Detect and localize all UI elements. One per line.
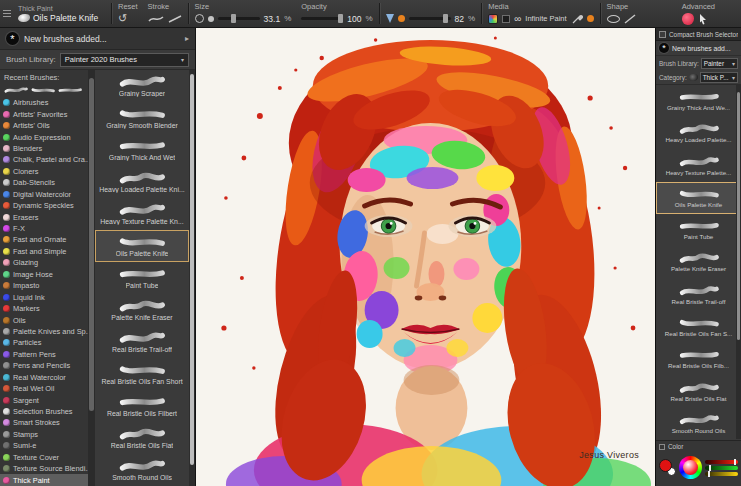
brush-variant-item[interactable]: Grainy Scraper [95,70,189,102]
category-item[interactable]: Dynamic Speckles [0,200,88,211]
color-panel-checkbox[interactable] [659,444,665,450]
category-item[interactable]: Liquid Ink [0,291,88,302]
category-item[interactable]: Texture Cover [0,452,88,463]
new-brushes-banner-compact[interactable]: * New brushes add... [656,41,741,56]
brush-variant-item[interactable]: Real Bristle Trail-off [95,326,189,358]
category-item[interactable]: Pens and Pencils [0,360,88,371]
grain-slider[interactable] [409,17,451,20]
green-slider[interactable] [705,466,738,470]
category-item[interactable]: Erasers [0,211,88,222]
stroke-line-icon[interactable] [168,14,182,24]
compact-brush-item[interactable]: Grainy Thick And We... [656,85,741,117]
opacity-slider[interactable] [301,17,343,20]
compact-brush-item[interactable]: Paint Tube [656,214,741,246]
category-item[interactable]: Glazing [0,257,88,268]
opacity-value[interactable]: 100 [347,14,361,24]
category-item[interactable]: Particles [0,337,88,348]
compact-selector-titlebar[interactable]: Compact Brush Selector [656,28,741,41]
category-item[interactable]: Artists' Favorites [0,108,88,119]
brush-variant-item[interactable]: Smooth Round Oils [95,454,189,486]
category-item[interactable]: Sargent [0,394,88,405]
panel-flyout-icon[interactable]: ▸ [185,34,189,43]
compact-brush-item[interactable]: Heavy Texture Palette... [656,150,741,182]
compact-list-scrollbar[interactable] [736,85,741,439]
compact-brush-item[interactable]: Heavy Loaded Palette... [656,117,741,149]
current-brush-info[interactable]: Thick Paint Oils Palette Knife [14,0,110,27]
category-item[interactable]: Real Watercolor [0,372,88,383]
compact-brush-item[interactable]: Real Bristle Oils Fan S... [656,311,741,343]
category-item[interactable]: Pattern Pens [0,349,88,360]
category-item[interactable]: Stamps [0,429,88,440]
reset-brush-icon[interactable]: ↺ [118,13,127,24]
grain-media-icon[interactable] [398,15,405,22]
compact-brush-item[interactable]: Oils Palette Knife [656,182,741,214]
pen-nib-icon[interactable] [386,14,394,23]
recent-brush-swatch[interactable] [58,81,82,99]
category-item[interactable]: Texture Source Blendi... [0,463,88,474]
canvas[interactable]: Jesus Viveros [196,28,655,486]
compact-brush-item[interactable]: Real Bristle Oils Flat [656,375,741,407]
compact-brush-item[interactable]: Palette Knife Eraser [656,246,741,278]
color-swatches[interactable] [659,459,676,476]
angle-icon[interactable] [624,14,636,24]
size-value[interactable]: 33.1 [264,14,281,24]
color-wheel[interactable] [679,456,702,479]
brush-library-dropdown[interactable]: Painter 2020 Brushes ▾ [60,53,189,67]
compact-category-dropdown[interactable]: Thick P... ▾ [700,72,738,83]
red-slider[interactable] [705,460,738,464]
brush-variant-item[interactable]: Palette Knife Eraser [95,294,189,326]
panel-checkbox[interactable] [659,31,666,38]
category-item[interactable]: Dab-Stencils [0,177,88,188]
category-item[interactable]: Fast and Simple [0,246,88,257]
portrait-painting[interactable] [196,28,655,486]
brush-list-scrollbar[interactable] [189,70,195,486]
paint-loaded-icon[interactable] [587,15,594,22]
brush-variant-item[interactable]: Oils Palette Knife [95,230,189,262]
grain-value[interactable]: 82 [455,14,464,24]
compact-library-dropdown[interactable]: Painter ▾ [701,58,738,69]
category-item[interactable]: Artists' Oils [0,120,88,131]
category-item[interactable]: Sumi-e [0,440,88,451]
category-item[interactable]: Digital Watercolor [0,189,88,200]
menu-icon[interactable] [0,0,14,27]
new-brushes-banner[interactable]: * New brushes added... ▸ [0,28,195,50]
category-item[interactable]: Chalk, Pastel and Cra... [0,154,88,165]
category-item[interactable]: Real Wet Oil [0,383,88,394]
category-item[interactable]: Thick Paint [0,474,88,485]
brush-variant-item[interactable]: Paint Tube [95,262,189,294]
brush-variant-item[interactable]: Real Bristle Oils Fan Short [95,358,189,390]
cursor-arrow-icon[interactable] [698,13,708,25]
category-item[interactable]: Airbrushes [0,97,88,108]
infinite-paint-checkbox[interactable] [502,15,510,23]
recent-brush-swatch[interactable] [4,81,28,99]
stroke-squiggle-icon[interactable] [148,14,164,24]
advanced-brush-icon[interactable] [682,13,694,25]
primary-color-swatch[interactable] [659,459,672,472]
category-item[interactable]: Palette Knives and Sp... [0,326,88,337]
category-scrollbar[interactable] [88,70,95,486]
brush-variant-item[interactable]: Real Bristle Oils Flat [95,422,189,454]
brush-variant-item[interactable]: Grainy Thick And Wet [95,134,189,166]
dab-shape-icon[interactable] [607,15,620,23]
category-item[interactable]: Oils [0,314,88,325]
category-item[interactable]: Audio Expression [0,131,88,142]
category-item[interactable]: Markers [0,303,88,314]
category-item[interactable]: Smart Strokes [0,417,88,428]
brush-variant-item[interactable]: Heavy Texture Palette Kn... [95,198,189,230]
brush-variant-item[interactable]: Real Bristle Oils Filbert [95,390,189,422]
compact-brush-item[interactable]: Real Bristle Trail-off [656,279,741,311]
brush-variant-item[interactable]: Grainy Smooth Blender [95,102,189,134]
size-slider[interactable] [218,17,260,20]
category-item[interactable]: Selection Brushes [0,406,88,417]
media-chip-icon[interactable] [488,14,498,24]
yellow-slider[interactable] [705,472,738,476]
recent-brush-swatch[interactable] [31,81,55,99]
category-item[interactable]: Cloners [0,166,88,177]
category-item[interactable]: F-X [0,223,88,234]
category-item[interactable]: Image Hose [0,269,88,280]
category-item[interactable]: Impasto [0,280,88,291]
category-item[interactable]: Blenders [0,143,88,154]
eyedropper-icon[interactable] [571,13,583,25]
brush-variant-item[interactable]: Heavy Loaded Palette Kni... [95,166,189,198]
compact-brush-item[interactable]: Real Bristle Oils Filb... [656,343,741,375]
